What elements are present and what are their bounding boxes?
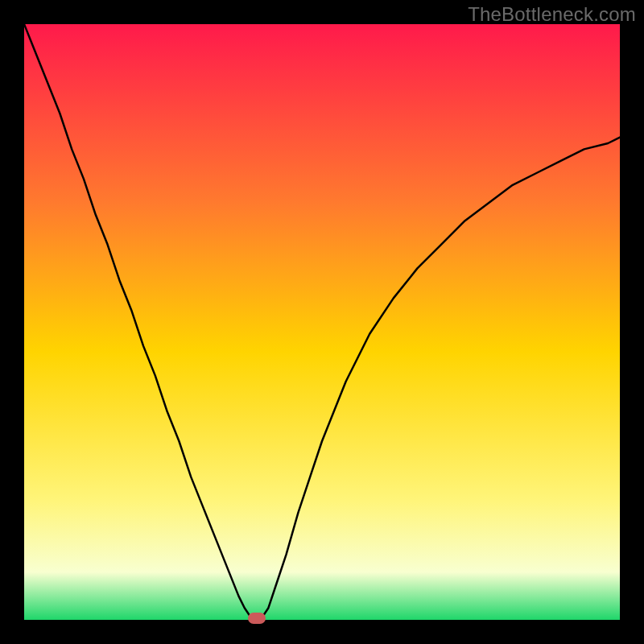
gradient-background (24, 24, 620, 620)
plot-area (24, 24, 620, 620)
chart-frame: TheBottleneck.com (0, 0, 644, 644)
minimum-marker (248, 613, 266, 624)
watermark-text: TheBottleneck.com (468, 3, 636, 26)
chart-svg (24, 24, 620, 620)
